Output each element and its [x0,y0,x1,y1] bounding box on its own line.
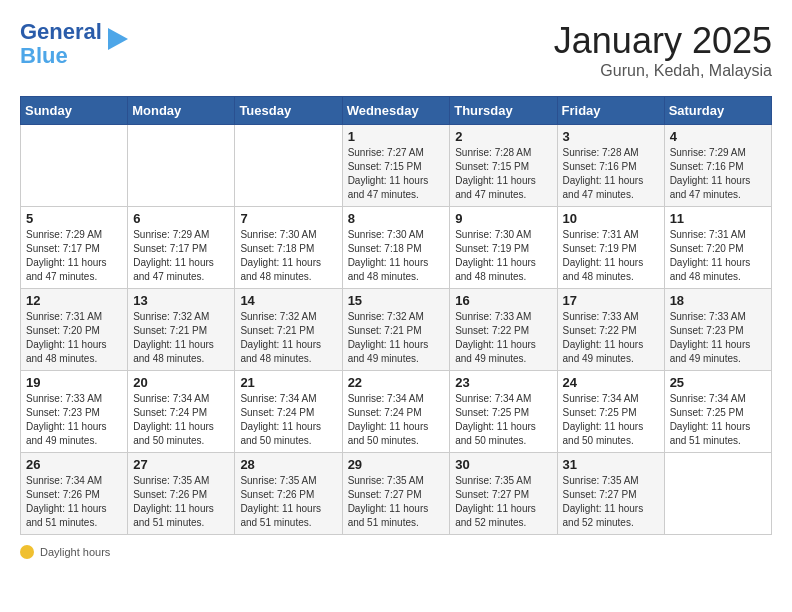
day-info: Sunrise: 7:30 AM Sunset: 7:18 PM Dayligh… [348,228,445,284]
day-number: 18 [670,293,766,308]
calendar-cell: 13Sunrise: 7:32 AM Sunset: 7:21 PM Dayli… [128,289,235,371]
calendar-cell: 4Sunrise: 7:29 AM Sunset: 7:16 PM Daylig… [664,125,771,207]
logo-arrow-icon [104,24,132,54]
page-title: January 2025 [554,20,772,62]
day-number: 4 [670,129,766,144]
calendar-week-row: 26Sunrise: 7:34 AM Sunset: 7:26 PM Dayli… [21,453,772,535]
day-number: 13 [133,293,229,308]
day-number: 6 [133,211,229,226]
day-number: 28 [240,457,336,472]
day-number: 27 [133,457,229,472]
calendar-cell: 16Sunrise: 7:33 AM Sunset: 7:22 PM Dayli… [450,289,557,371]
calendar-cell: 9Sunrise: 7:30 AM Sunset: 7:19 PM Daylig… [450,207,557,289]
calendar-cell: 22Sunrise: 7:34 AM Sunset: 7:24 PM Dayli… [342,371,450,453]
day-number: 15 [348,293,445,308]
day-info: Sunrise: 7:33 AM Sunset: 7:22 PM Dayligh… [563,310,659,366]
day-info: Sunrise: 7:27 AM Sunset: 7:15 PM Dayligh… [348,146,445,202]
calendar-cell: 19Sunrise: 7:33 AM Sunset: 7:23 PM Dayli… [21,371,128,453]
calendar-cell [128,125,235,207]
calendar-cell: 11Sunrise: 7:31 AM Sunset: 7:20 PM Dayli… [664,207,771,289]
calendar-day-header: Thursday [450,97,557,125]
day-number: 12 [26,293,122,308]
calendar-day-header: Sunday [21,97,128,125]
svg-marker-0 [108,28,128,50]
day-info: Sunrise: 7:35 AM Sunset: 7:27 PM Dayligh… [348,474,445,530]
day-number: 10 [563,211,659,226]
day-info: Sunrise: 7:34 AM Sunset: 7:24 PM Dayligh… [348,392,445,448]
calendar-week-row: 12Sunrise: 7:31 AM Sunset: 7:20 PM Dayli… [21,289,772,371]
day-number: 26 [26,457,122,472]
calendar-cell: 20Sunrise: 7:34 AM Sunset: 7:24 PM Dayli… [128,371,235,453]
logo: GeneralBlue [20,20,132,68]
calendar-cell: 6Sunrise: 7:29 AM Sunset: 7:17 PM Daylig… [128,207,235,289]
calendar-cell: 5Sunrise: 7:29 AM Sunset: 7:17 PM Daylig… [21,207,128,289]
calendar-cell: 31Sunrise: 7:35 AM Sunset: 7:27 PM Dayli… [557,453,664,535]
day-number: 7 [240,211,336,226]
day-info: Sunrise: 7:31 AM Sunset: 7:19 PM Dayligh… [563,228,659,284]
day-number: 23 [455,375,551,390]
calendar-cell: 14Sunrise: 7:32 AM Sunset: 7:21 PM Dayli… [235,289,342,371]
day-info: Sunrise: 7:33 AM Sunset: 7:23 PM Dayligh… [670,310,766,366]
day-number: 20 [133,375,229,390]
calendar-table: SundayMondayTuesdayWednesdayThursdayFrid… [20,96,772,535]
day-info: Sunrise: 7:30 AM Sunset: 7:19 PM Dayligh… [455,228,551,284]
calendar-cell: 18Sunrise: 7:33 AM Sunset: 7:23 PM Dayli… [664,289,771,371]
day-number: 5 [26,211,122,226]
day-number: 19 [26,375,122,390]
footer: Daylight hours [20,545,772,559]
day-info: Sunrise: 7:34 AM Sunset: 7:26 PM Dayligh… [26,474,122,530]
day-number: 16 [455,293,551,308]
day-number: 21 [240,375,336,390]
day-info: Sunrise: 7:35 AM Sunset: 7:27 PM Dayligh… [563,474,659,530]
day-info: Sunrise: 7:29 AM Sunset: 7:17 PM Dayligh… [26,228,122,284]
day-info: Sunrise: 7:32 AM Sunset: 7:21 PM Dayligh… [133,310,229,366]
calendar-week-row: 1Sunrise: 7:27 AM Sunset: 7:15 PM Daylig… [21,125,772,207]
calendar-cell [664,453,771,535]
calendar-cell [235,125,342,207]
calendar-cell: 10Sunrise: 7:31 AM Sunset: 7:19 PM Dayli… [557,207,664,289]
day-info: Sunrise: 7:30 AM Sunset: 7:18 PM Dayligh… [240,228,336,284]
calendar-cell: 21Sunrise: 7:34 AM Sunset: 7:24 PM Dayli… [235,371,342,453]
day-info: Sunrise: 7:28 AM Sunset: 7:15 PM Dayligh… [455,146,551,202]
page-subtitle: Gurun, Kedah, Malaysia [554,62,772,80]
day-number: 14 [240,293,336,308]
day-info: Sunrise: 7:33 AM Sunset: 7:23 PM Dayligh… [26,392,122,448]
calendar-cell: 12Sunrise: 7:31 AM Sunset: 7:20 PM Dayli… [21,289,128,371]
logo-text: GeneralBlue [20,20,102,68]
day-info: Sunrise: 7:31 AM Sunset: 7:20 PM Dayligh… [670,228,766,284]
day-info: Sunrise: 7:34 AM Sunset: 7:25 PM Dayligh… [563,392,659,448]
day-number: 8 [348,211,445,226]
calendar-cell: 2Sunrise: 7:28 AM Sunset: 7:15 PM Daylig… [450,125,557,207]
calendar-day-header: Friday [557,97,664,125]
day-number: 2 [455,129,551,144]
calendar-day-header: Tuesday [235,97,342,125]
calendar-cell: 29Sunrise: 7:35 AM Sunset: 7:27 PM Dayli… [342,453,450,535]
day-info: Sunrise: 7:35 AM Sunset: 7:27 PM Dayligh… [455,474,551,530]
day-number: 17 [563,293,659,308]
calendar-cell: 3Sunrise: 7:28 AM Sunset: 7:16 PM Daylig… [557,125,664,207]
day-info: Sunrise: 7:29 AM Sunset: 7:17 PM Dayligh… [133,228,229,284]
day-info: Sunrise: 7:33 AM Sunset: 7:22 PM Dayligh… [455,310,551,366]
calendar-cell: 30Sunrise: 7:35 AM Sunset: 7:27 PM Dayli… [450,453,557,535]
day-info: Sunrise: 7:34 AM Sunset: 7:25 PM Dayligh… [455,392,551,448]
calendar-day-header: Wednesday [342,97,450,125]
day-info: Sunrise: 7:35 AM Sunset: 7:26 PM Dayligh… [240,474,336,530]
calendar-cell: 26Sunrise: 7:34 AM Sunset: 7:26 PM Dayli… [21,453,128,535]
day-info: Sunrise: 7:34 AM Sunset: 7:24 PM Dayligh… [240,392,336,448]
calendar-body: 1Sunrise: 7:27 AM Sunset: 7:15 PM Daylig… [21,125,772,535]
day-info: Sunrise: 7:34 AM Sunset: 7:25 PM Dayligh… [670,392,766,448]
calendar-cell: 23Sunrise: 7:34 AM Sunset: 7:25 PM Dayli… [450,371,557,453]
calendar-cell: 17Sunrise: 7:33 AM Sunset: 7:22 PM Dayli… [557,289,664,371]
day-info: Sunrise: 7:35 AM Sunset: 7:26 PM Dayligh… [133,474,229,530]
day-number: 29 [348,457,445,472]
day-info: Sunrise: 7:34 AM Sunset: 7:24 PM Dayligh… [133,392,229,448]
calendar-cell: 8Sunrise: 7:30 AM Sunset: 7:18 PM Daylig… [342,207,450,289]
day-number: 30 [455,457,551,472]
calendar-cell: 25Sunrise: 7:34 AM Sunset: 7:25 PM Dayli… [664,371,771,453]
title-block: January 2025 Gurun, Kedah, Malaysia [554,20,772,80]
daylight-label: Daylight hours [40,546,110,558]
day-number: 1 [348,129,445,144]
calendar-week-row: 19Sunrise: 7:33 AM Sunset: 7:23 PM Dayli… [21,371,772,453]
sun-icon [20,545,34,559]
calendar-week-row: 5Sunrise: 7:29 AM Sunset: 7:17 PM Daylig… [21,207,772,289]
